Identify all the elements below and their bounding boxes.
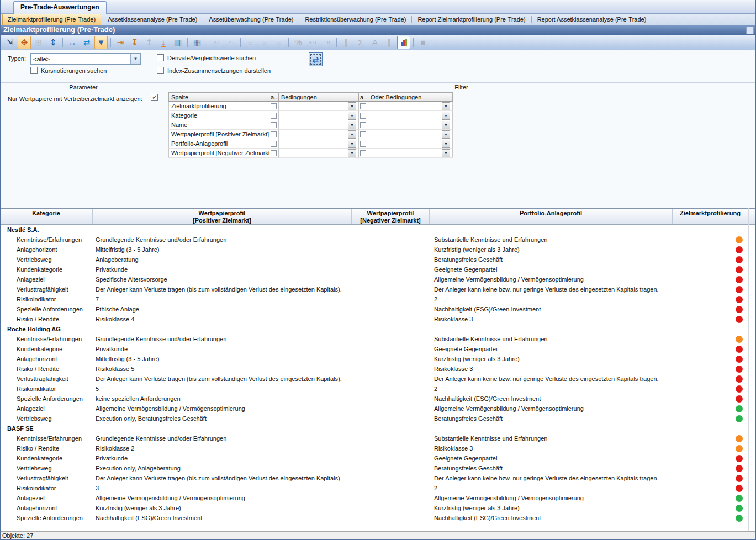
filter-col-and2[interactable]: a.. bbox=[359, 92, 368, 102]
column-header-portfolio-anlageprofil[interactable]: Portfolio-Anlageprofil bbox=[430, 209, 673, 224]
table-row[interactable]: KundenkategoriePrivatkundeGeeignete Gege… bbox=[0, 264, 756, 274]
and-checkbox[interactable] bbox=[271, 150, 277, 156]
or-checkbox[interactable] bbox=[360, 103, 366, 109]
table-row[interactable]: Risikoindikator52 bbox=[0, 384, 756, 394]
table-row[interactable]: Risiko / RenditeRisikoklasse 5Risikoklas… bbox=[0, 364, 756, 374]
bedingungen-dropdown-button[interactable]: ▼ bbox=[348, 140, 356, 148]
table-row[interactable]: VerlusttragfähigkeitDer Anleger kann Ver… bbox=[0, 473, 756, 483]
drilldown-icon[interactable]: ▥ bbox=[171, 36, 184, 49]
table-row[interactable]: Risiko / RenditeRisikoklasse 2Risikoklas… bbox=[0, 443, 756, 453]
table-row[interactable]: AnlagehorizontMittelfristig (3 - 5 Jahre… bbox=[0, 354, 756, 364]
filter-row-spalte[interactable]: Wertpapierprofil [Positiver Zielmarkt] bbox=[168, 130, 269, 139]
or-checkbox[interactable] bbox=[360, 131, 366, 137]
filter-row-spalte[interactable]: Kategorie bbox=[168, 111, 269, 120]
table-row[interactable]: KundenkategoriePrivatkundeGeeignete Gege… bbox=[0, 453, 756, 463]
or-checkbox[interactable] bbox=[360, 150, 366, 156]
columns-filter-icon[interactable]: ▦ bbox=[191, 36, 204, 49]
panel-collapse-button[interactable] bbox=[746, 27, 754, 34]
table-row[interactable]: Kenntnisse/ErfahrungenGrundlegende Kennt… bbox=[0, 433, 756, 443]
table-row[interactable]: AnlagezielAllgemeine Vermögensbildung / … bbox=[0, 493, 756, 503]
group-row[interactable]: BASF SE bbox=[0, 423, 756, 433]
fit-width-icon[interactable]: ↔ bbox=[66, 36, 79, 49]
jump-down-icon[interactable]: ↓ bbox=[157, 36, 170, 49]
fit-to-window-icon[interactable]: ✥ bbox=[18, 36, 31, 49]
oder-bedingungen-dropdown-button[interactable]: ▼ bbox=[442, 121, 450, 129]
bedingungen-dropdown-button[interactable]: ▼ bbox=[348, 121, 356, 129]
oder-bedingungen-dropdown-button[interactable]: ▼ bbox=[442, 102, 450, 110]
bedingungen-dropdown-button[interactable]: ▼ bbox=[348, 102, 356, 110]
filter-row-spalte[interactable]: Name bbox=[168, 120, 269, 130]
table-row[interactable]: Risikoindikator32 bbox=[0, 483, 756, 493]
or-checkbox[interactable] bbox=[360, 113, 366, 119]
oder-bedingungen-dropdown-button[interactable]: ▼ bbox=[442, 140, 450, 148]
filter-row-spalte[interactable]: Zielmarktprofilierung bbox=[168, 102, 269, 111]
execute-refresh-button[interactable]: ⇄ bbox=[309, 52, 323, 66]
or-checkbox[interactable] bbox=[360, 122, 366, 128]
chart-icon[interactable] bbox=[397, 36, 410, 49]
table-row[interactable]: AnlagezielAllgemeine Vermögensbildung / … bbox=[0, 404, 756, 414]
and-checkbox[interactable] bbox=[271, 113, 277, 119]
table-row[interactable]: VerlusttragfähigkeitDer Anleger kann Ver… bbox=[0, 374, 756, 384]
goto-next-icon[interactable]: ↧ bbox=[128, 36, 141, 49]
group-row[interactable]: Roche Holding AG bbox=[0, 324, 756, 334]
filter-row-spalte[interactable]: Wertpapierprofil [Negativer Zielmarkt] bbox=[168, 149, 269, 158]
table-row[interactable]: VertriebswegExecution only, Anlageberatu… bbox=[0, 463, 756, 473]
table-row[interactable]: Spezielle Anforderungenkeine speziellen … bbox=[0, 394, 756, 404]
bedingungen-dropdown-button[interactable]: ▼ bbox=[348, 130, 356, 139]
column-header-zielmarktprofilierung[interactable]: Zielmarktprofilierung bbox=[673, 209, 748, 224]
filter-row-spalte[interactable]: Portfolio-Anlageprofil bbox=[168, 139, 269, 149]
filter-col-and1[interactable]: a.. bbox=[269, 92, 279, 102]
table-row[interactable]: VerlusttragfähigkeitDer Anleger kann Ver… bbox=[0, 284, 756, 294]
filter-col-oder[interactable]: Oder Bedingungen bbox=[368, 92, 453, 102]
column-header-wertpapierprofil-negativ[interactable]: Wertpapierprofil [Negativer Zielmarkt] bbox=[352, 209, 430, 224]
derivate-checkbox[interactable] bbox=[157, 54, 164, 61]
tab-pre-trade-auswertungen[interactable]: Pre-Trade-Auswertungen bbox=[13, 1, 107, 14]
index-checkbox[interactable] bbox=[157, 67, 164, 74]
cell-zielmarktprofilierung bbox=[673, 256, 748, 263]
tab-report-zielmarktprofilierung[interactable]: Report Zielmarktprofilierung (Pre-Trade) bbox=[413, 14, 530, 25]
tab-assetklassenanalyse[interactable]: Assetklassenanalyse (Pre-Trade) bbox=[103, 14, 202, 25]
refresh-view-icon[interactable]: ⇄ bbox=[80, 36, 93, 49]
table-row[interactable]: VertriebswegAnlageberatungBeratungsfreie… bbox=[0, 255, 756, 264]
oder-bedingungen-dropdown-button[interactable]: ▼ bbox=[442, 130, 450, 139]
table-row[interactable]: AnlagehorizontKurzfristig (weniger als 3… bbox=[0, 503, 756, 513]
table-row[interactable]: Risiko / RenditeRisikoklasse 4Risikoklas… bbox=[0, 314, 756, 324]
table-row[interactable]: Risikoindikator72 bbox=[0, 294, 756, 304]
vertreiber-checkbox[interactable] bbox=[151, 94, 158, 101]
group-row[interactable]: Nestlé S.A. bbox=[0, 225, 756, 235]
filter-col-spalte[interactable]: Spalte bbox=[168, 92, 269, 102]
import-data-icon[interactable]: ⇲ bbox=[3, 36, 17, 49]
typen-select[interactable]: <alle> ▼ bbox=[30, 53, 141, 65]
and-checkbox[interactable] bbox=[271, 131, 277, 137]
table-row[interactable]: AnlagezielSpezifische AltersvorsorgeAllg… bbox=[0, 274, 756, 284]
kursnotierungen-checkbox[interactable] bbox=[30, 67, 38, 74]
and-checkbox[interactable] bbox=[271, 122, 277, 128]
tab-restriktionsueberwachung[interactable]: Restriktionsüberwachung (Pre-Trade) bbox=[300, 14, 411, 25]
table-row[interactable]: Kenntnisse/ErfahrungenGrundlegende Kennt… bbox=[0, 235, 756, 245]
column-header-wertpapierprofil-positiv[interactable]: Wertpapierprofil [Positiver Zielmarkt] bbox=[93, 209, 352, 224]
and-checkbox[interactable] bbox=[271, 141, 277, 147]
column-header-kategorie[interactable]: Kategorie bbox=[0, 209, 93, 224]
and-checkbox[interactable] bbox=[271, 103, 277, 109]
cell-zielmarktprofilierung bbox=[673, 286, 748, 293]
tab-assetueberwachung[interactable]: Assetüberwachung (Pre-Trade) bbox=[204, 14, 298, 25]
filter-col-bedingungen[interactable]: Bedingungen bbox=[279, 92, 359, 102]
tab-zielmarktprofilierung[interactable]: Zielmarktprofilierung (Pre-Trade) bbox=[2, 14, 101, 25]
bedingungen-dropdown-button[interactable]: ▼ bbox=[348, 149, 356, 157]
tab-report-assetklassenanalyse[interactable]: Report Assetklassenanalyse (Pre-Trade) bbox=[532, 14, 652, 25]
goto-first-icon[interactable]: ⇥ bbox=[114, 36, 127, 49]
oder-bedingungen-dropdown-button[interactable]: ▼ bbox=[442, 112, 450, 120]
object-count-label: Objekte: bbox=[2, 532, 25, 539]
table-row[interactable]: Spezielle AnforderungenNachhaltigkeit (E… bbox=[0, 513, 756, 523]
table-row[interactable]: Spezielle AnforderungenEthische AnlageNa… bbox=[0, 304, 756, 314]
chevron-down-icon[interactable]: ▼ bbox=[130, 54, 140, 64]
table-row[interactable]: KundenkategoriePrivatkundeGeeignete Gege… bbox=[0, 344, 756, 354]
oder-bedingungen-dropdown-button[interactable]: ▼ bbox=[442, 149, 450, 157]
filter-icon[interactable]: ▼ bbox=[94, 36, 108, 49]
or-checkbox[interactable] bbox=[360, 141, 366, 147]
bedingungen-dropdown-button[interactable]: ▼ bbox=[348, 112, 356, 120]
table-row[interactable]: AnlagehorizontMittelfristig (3 - 5 Jahre… bbox=[0, 245, 756, 255]
fit-height-icon[interactable]: ⇕ bbox=[46, 36, 60, 49]
table-row[interactable]: VertriebswegExecution only, Beratungsfre… bbox=[0, 414, 756, 423]
table-row[interactable]: Kenntnisse/ErfahrungenGrundlegende Kennt… bbox=[0, 334, 756, 344]
